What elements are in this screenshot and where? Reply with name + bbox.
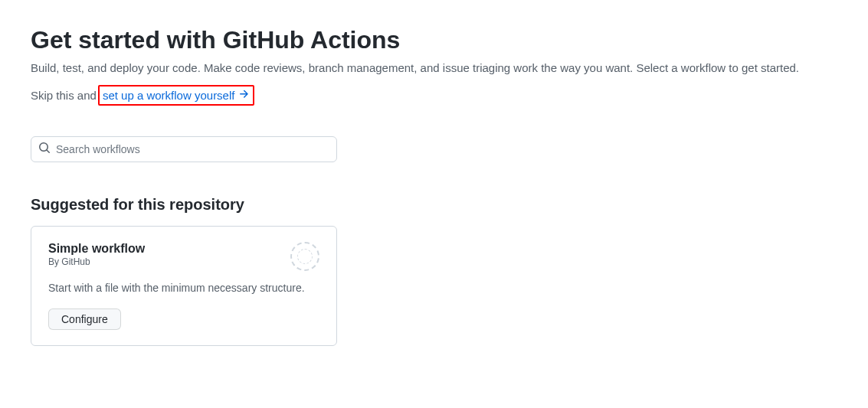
search-input[interactable] xyxy=(31,136,337,162)
skip-line: Skip this and set up a workflow yourself xyxy=(31,85,837,106)
setup-workflow-link-text: set up a workflow yourself xyxy=(103,89,235,102)
suggested-heading: Suggested for this repository xyxy=(31,196,837,214)
workflow-card-titleblock: Simple workflow By GitHub xyxy=(48,242,145,267)
page-subtitle: Build, test, and deploy your code. Make … xyxy=(31,61,837,74)
workflow-card-description: Start with a file with the minimum neces… xyxy=(48,280,319,296)
search-container xyxy=(31,136,337,162)
page-title: Get started with GitHub Actions xyxy=(31,24,837,55)
workflow-card-header: Simple workflow By GitHub xyxy=(48,242,319,271)
workflow-card: Simple workflow By GitHub Start with a f… xyxy=(31,226,337,346)
setup-workflow-link[interactable]: set up a workflow yourself xyxy=(98,85,255,106)
configure-button[interactable]: Configure xyxy=(48,308,121,330)
workflow-card-title: Simple workflow xyxy=(48,242,145,256)
workflow-placeholder-icon xyxy=(290,242,319,271)
workflow-card-author: By GitHub xyxy=(48,256,145,267)
arrow-right-icon xyxy=(237,88,250,103)
skip-prefix: Skip this and xyxy=(31,89,97,102)
